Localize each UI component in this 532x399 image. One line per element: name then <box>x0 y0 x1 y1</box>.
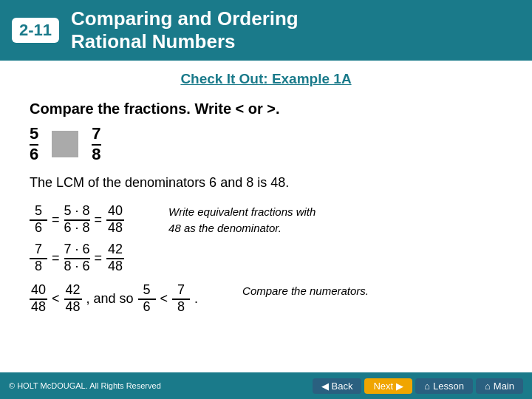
eq3: = <box>52 250 60 266</box>
calc-row-2: 7 8 = 7 · 6 8 · 6 = 42 48 <box>30 242 124 274</box>
compare-note: Compare the numerators. <box>242 283 369 300</box>
frac2-result: 42 48 <box>106 242 124 274</box>
conc-frac1: 40 48 <box>30 283 47 315</box>
fraction-right: 7 8 <box>92 125 100 163</box>
calc-row-1: 5 6 = 5 · 8 6 · 8 = 40 48 <box>30 204 124 236</box>
conc-op2: < <box>160 291 168 307</box>
conc-op1: < <box>52 291 60 307</box>
eq1: = <box>52 212 60 228</box>
next-arrow-icon: ▶ <box>396 381 403 392</box>
header-title-line1: Comparing and Ordering <box>71 7 299 30</box>
conc-frac3: 5 6 <box>138 283 156 315</box>
fraction-left: 5 6 <box>30 125 38 163</box>
lesson-button[interactable]: ⌂ Lesson <box>415 378 473 394</box>
eq2: = <box>95 212 103 228</box>
conc-frac2: 42 48 <box>64 283 82 315</box>
comparison-box <box>52 131 78 157</box>
compare-prompt: Compare the fractions. Write < or >. <box>30 100 502 117</box>
next-label: Next <box>373 381 393 392</box>
conc-period: . <box>194 291 198 307</box>
lesson-home-icon: ⌂ <box>424 381 430 392</box>
conc-frac4: 7 8 <box>172 283 190 315</box>
conc-and-so: , and so <box>86 291 134 307</box>
right-note: Write equivalent fractions with 48 as th… <box>168 204 331 237</box>
eq4: = <box>95 250 103 266</box>
next-button[interactable]: Next ▶ <box>364 378 412 394</box>
frac1: 5 6 <box>30 204 47 236</box>
header-title: Comparing and Ordering Rational Numbers <box>71 7 299 53</box>
back-label: Back <box>332 381 353 392</box>
equivalents-block: 5 6 = 5 · 8 6 · 8 = 40 48 7 8 <box>30 204 502 274</box>
conclusion-row: 40 48 < 42 48 , and so 5 6 < 7 8 . <box>30 283 198 315</box>
subheader: Check It Out: Example 1A <box>0 61 532 93</box>
frac2-step2: 7 · 6 8 · 6 <box>64 242 90 274</box>
left-calcs: 5 6 = 5 · 8 6 · 8 = 40 48 7 8 <box>30 204 124 274</box>
frac1-step2: 5 · 8 6 · 8 <box>64 204 90 236</box>
back-arrow-icon: ◀ <box>321 381 329 392</box>
fraction-compare-row: 5 6 7 8 <box>30 125 502 163</box>
lcm-statement: The LCM of the denominators 6 and 8 is 4… <box>30 175 502 191</box>
frac1-result: 40 48 <box>106 204 124 236</box>
bottom-buttons: ◀ Back Next ▶ ⌂ Lesson ⌂ Main <box>313 378 523 394</box>
header-title-line2: Rational Numbers <box>71 30 299 53</box>
lesson-badge: 2-11 <box>12 18 59 43</box>
main-content: Compare the fractions. Write < or >. 5 6… <box>0 93 532 314</box>
main-button[interactable]: ⌂ Main <box>476 378 523 394</box>
bottom-bar: © HOLT McDOUGAL. All Rights Reserved ◀ B… <box>0 372 532 399</box>
copyright: © HOLT McDOUGAL. All Rights Reserved <box>9 381 161 390</box>
back-button[interactable]: ◀ Back <box>313 378 362 394</box>
conclusion-block: 40 48 < 42 48 , and so 5 6 < 7 8 . Compa… <box>30 283 502 315</box>
frac2: 7 8 <box>30 242 47 274</box>
lesson-label: Lesson <box>433 381 464 392</box>
main-label: Main <box>494 381 514 392</box>
header: 2-11 Comparing and Ordering Rational Num… <box>0 0 532 61</box>
main-home-icon: ⌂ <box>485 381 491 392</box>
